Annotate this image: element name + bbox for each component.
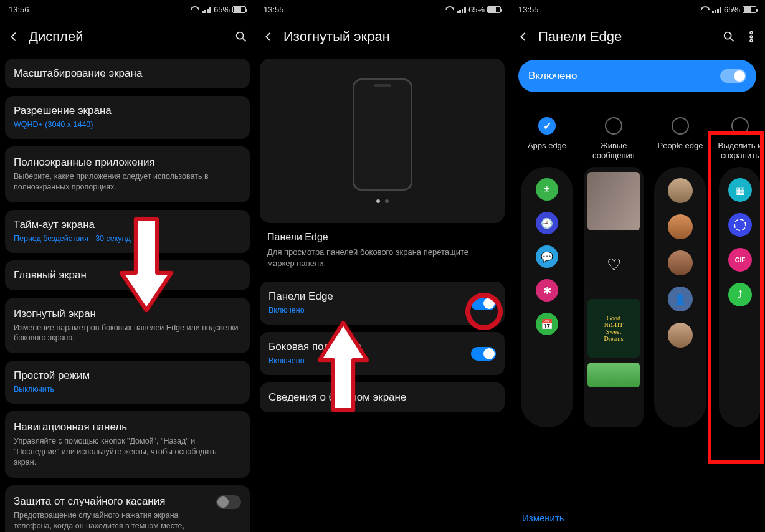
avatar-icon [668, 178, 693, 203]
svg-point-6 [750, 40, 753, 42]
search-icon[interactable] [234, 29, 249, 44]
checkbox-live-messages[interactable] [605, 117, 622, 135]
more-icon[interactable] [744, 29, 759, 44]
panel-preview: ▦ GIF ⤴ [719, 167, 761, 427]
item-edge-lighting[interactable]: Боковая подсветка Включено [260, 332, 505, 375]
settings-list: Масштабирование экрана Разрешение экрана… [0, 55, 255, 532]
status-bar: 13:56 65% [0, 0, 255, 19]
battery-pct: 65% [214, 5, 230, 14]
panels-row[interactable]: Apps edge ± 🕘 💬 ✱ 📅 Живые сообщения ♡ Go… [510, 97, 765, 427]
item-nav-bar[interactable]: Навигационная панель Управляйте с помощь… [5, 411, 250, 478]
pill-label: Включено [528, 70, 577, 82]
toggle-edge-panels[interactable] [471, 297, 496, 310]
phone-illustration-icon [353, 78, 412, 191]
item-zoom[interactable]: Масштабирование экрана [5, 59, 250, 88]
status-icons: 65% [701, 5, 756, 14]
calculator-icon: ± [536, 178, 558, 201]
thumb-icon [587, 363, 640, 387]
master-toggle-pill[interactable]: Включено [518, 60, 756, 92]
panel-apps-edge[interactable]: Apps edge ± 🕘 💬 ✱ 📅 [516, 117, 578, 427]
panel-label: Выделить и сохранить [715, 141, 765, 161]
checkbox-apps-edge[interactable] [538, 117, 556, 135]
item-edge-panels[interactable]: Панели Edge Включено [260, 282, 505, 325]
avatar-icon [668, 250, 693, 275]
panel-preview: ♡ GoodNiGHTSweetDreams [584, 167, 644, 427]
screen-edge-screen: 13:55 65% Изогнутый экран Панели Edge Дл… [255, 0, 510, 532]
status-time: 13:55 [518, 5, 539, 14]
svg-point-0 [237, 32, 244, 39]
status-time: 13:56 [9, 5, 29, 14]
battery-pct: 65% [724, 5, 740, 14]
thumb-icon [587, 172, 640, 230]
info-text: Для просмотра панелей бокового экрана пе… [267, 247, 497, 269]
battery-icon [232, 6, 246, 13]
item-resolution[interactable]: Разрешение экрана WQHD+ (3040 x 1440) [5, 96, 250, 139]
back-icon[interactable] [6, 29, 21, 44]
status-bar: 13:55 65% [510, 0, 765, 19]
page-title: Панели Edge [538, 29, 714, 45]
checkbox-people-edge[interactable] [672, 117, 689, 135]
item-timeout[interactable]: Тайм-аут экрана Период бездействия - 30 … [5, 210, 250, 253]
svg-point-4 [750, 32, 753, 34]
header: Изогнутый экран [255, 19, 510, 55]
item-fullscreen-apps[interactable]: Полноэкранные приложения Выберите, какие… [5, 146, 250, 202]
screen-edge-panels: 13:55 65% Панели Edge Включено Apps edge… [510, 0, 765, 532]
item-easy-mode[interactable]: Простой режим Выключить [5, 361, 250, 404]
signal-icon [457, 6, 466, 13]
item-edge-screen[interactable]: Изогнутый экран Изменение параметров бок… [5, 298, 250, 354]
panel-live-messages[interactable]: Живые сообщения ♡ GoodNiGHTSweetDreams [582, 117, 645, 427]
dot [385, 199, 389, 203]
status-time: 13:55 [264, 5, 284, 14]
wifi-icon [701, 6, 710, 13]
battery-pct: 65% [468, 5, 485, 14]
thumb-icon: ♡ [587, 235, 640, 294]
pin-icon: ⤴ [728, 283, 752, 306]
oval-select-icon [728, 213, 752, 237]
status-icons: 65% [445, 5, 501, 14]
panel-preview: ± 🕘 💬 ✱ 📅 [521, 167, 573, 427]
panel-preview: 👤 [654, 167, 706, 427]
contact-placeholder-icon: 👤 [668, 287, 693, 311]
svg-point-5 [750, 36, 753, 38]
dot-active [376, 199, 380, 203]
back-icon[interactable] [261, 29, 276, 44]
clock-icon: 🕘 [536, 212, 558, 234]
avatar-icon [668, 323, 693, 348]
header: Дисплей [0, 19, 255, 55]
messages-icon: 💬 [536, 245, 558, 268]
signal-icon [712, 6, 721, 13]
panel-label: People edge [657, 141, 703, 161]
page-title: Дисплей [29, 29, 226, 45]
status-bar: 13:55 65% [255, 0, 510, 19]
signal-icon [202, 6, 211, 13]
toggle-accidental-touch[interactable] [216, 495, 241, 509]
search-icon[interactable] [721, 29, 736, 44]
checkbox-smart-select[interactable] [731, 117, 749, 135]
back-icon[interactable] [516, 29, 531, 44]
edge-options-list: Панели Edge Включено Боковая подсветка В… [255, 278, 510, 420]
gallery-icon: ✱ [536, 279, 558, 302]
item-about-edge[interactable]: Сведения о боковом экране [260, 382, 505, 412]
info-block: Панели Edge Для просмотра панелей боково… [255, 230, 510, 278]
panel-smart-select[interactable]: Выделить и сохранить ▦ GIF ⤴ [715, 117, 765, 427]
wifi-icon [191, 6, 199, 13]
status-icons: 65% [191, 5, 246, 14]
item-home-screen[interactable]: Главный экран [5, 260, 250, 290]
toggle-master[interactable] [720, 69, 746, 83]
toggle-edge-lighting[interactable] [471, 347, 496, 361]
avatar-icon [668, 214, 693, 239]
info-title: Панели Edge [267, 232, 497, 243]
page-indicator [376, 199, 389, 203]
page-title: Изогнутый экран [283, 29, 503, 45]
battery-icon [743, 6, 756, 13]
gif-icon: GIF [728, 248, 752, 272]
wifi-icon [445, 6, 454, 13]
panel-label: Apps edge [528, 141, 566, 161]
battery-icon [487, 6, 501, 13]
edit-link[interactable]: Изменить [522, 513, 564, 523]
panel-people-edge[interactable]: People edge 👤 [649, 117, 711, 427]
screen-display-settings: 13:56 65% Дисплей Масштабирование экрана… [0, 0, 255, 532]
thumb-icon: GoodNiGHTSweetDreams [587, 299, 640, 358]
rect-select-icon: ▦ [728, 178, 752, 202]
item-accidental-touch[interactable]: Защита от случайного касания Предотвраще… [5, 485, 250, 532]
